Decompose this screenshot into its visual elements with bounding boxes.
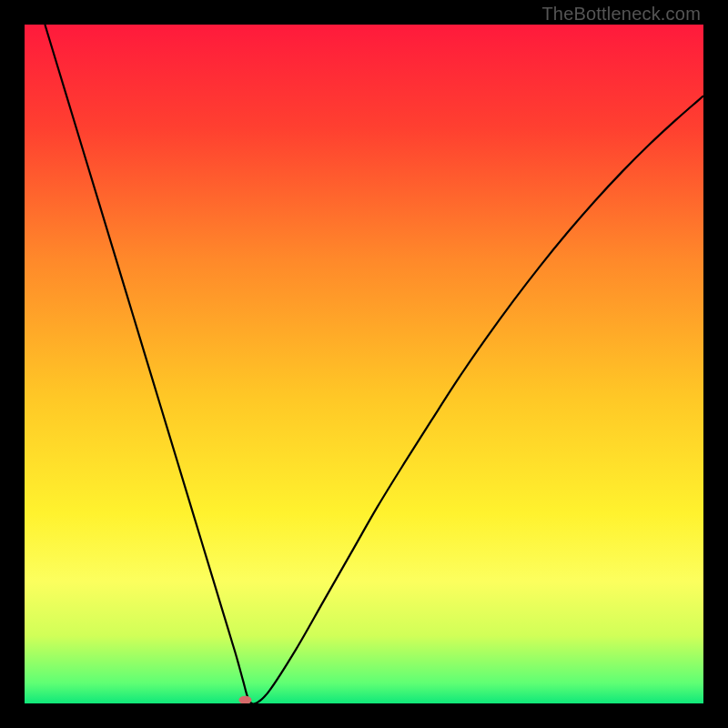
gradient-background — [25, 25, 703, 703]
plot-area — [25, 25, 703, 703]
chart-outer-frame: TheBottleneck.com — [0, 0, 728, 728]
watermark-text: TheBottleneck.com — [541, 4, 701, 25]
bottleneck-chart — [25, 25, 703, 703]
